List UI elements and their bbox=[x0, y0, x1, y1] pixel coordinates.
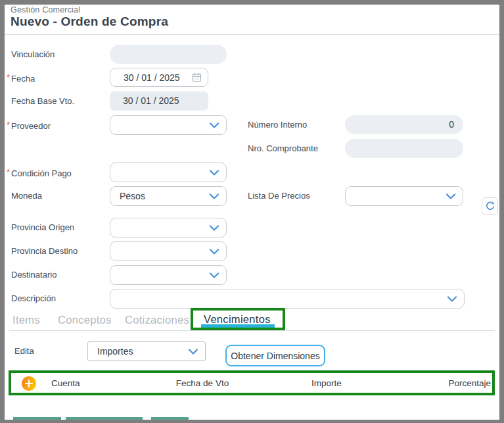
col-header-cuenta: Cuenta bbox=[51, 376, 80, 391]
descripcion-label: Descripción bbox=[11, 289, 56, 308]
tabs-divider bbox=[9, 330, 495, 331]
provincia-origen-select[interactable] bbox=[110, 218, 227, 237]
provincia-destino-label: Provincia Destino bbox=[11, 241, 78, 261]
chevron-down-icon bbox=[209, 249, 219, 255]
destinatario-label: Destinatario bbox=[11, 265, 57, 284]
refresh-button[interactable] bbox=[482, 197, 498, 215]
moneda-select[interactable]: Pesos bbox=[110, 186, 227, 206]
page-title: Nuevo - Orden de Compra bbox=[11, 14, 168, 29]
vinculacion-field bbox=[110, 45, 227, 64]
edita-value: Importes bbox=[97, 346, 133, 357]
chevron-down-icon bbox=[188, 349, 198, 355]
plus-icon bbox=[22, 376, 36, 391]
calendar-icon[interactable] bbox=[192, 72, 202, 82]
chevron-down-icon bbox=[446, 193, 456, 199]
fecha-label: *Fecha bbox=[7, 68, 35, 87]
provincia-origen-label: Provincia Origen bbox=[11, 218, 74, 237]
col-header-importe: Importe bbox=[295, 376, 358, 391]
chevron-down-icon bbox=[209, 170, 219, 176]
required-marker: * bbox=[7, 72, 10, 82]
bottom-action-button-3[interactable] bbox=[151, 417, 189, 420]
moneda-value: Pesos bbox=[120, 191, 145, 201]
new-purchase-order-window: Gestión Comercial Nuevo - Orden de Compr… bbox=[0, 0, 504, 423]
breadcrumb: Gestión Comercial bbox=[11, 5, 80, 14]
bottom-action-button-2[interactable] bbox=[66, 417, 143, 420]
col-header-porcentaje: Porcentaje bbox=[421, 376, 491, 391]
chevron-down-icon bbox=[209, 225, 219, 231]
lista-precios-select[interactable] bbox=[345, 186, 463, 206]
numero-interno-label: Número Interno bbox=[248, 115, 307, 134]
chevron-down-icon bbox=[447, 296, 457, 302]
fecha-input[interactable]: 30 / 01 / 2025 bbox=[110, 68, 208, 87]
required-marker: * bbox=[7, 120, 10, 130]
condicion-pago-select[interactable] bbox=[110, 162, 227, 182]
active-tab-underline bbox=[201, 324, 275, 328]
bottom-action-button-1[interactable] bbox=[13, 417, 61, 420]
vinculacion-label: Vinculación bbox=[11, 45, 55, 64]
descripcion-select[interactable] bbox=[110, 289, 465, 309]
chevron-down-icon bbox=[209, 193, 219, 199]
nro-comprobante-label: Nro. Comprobante bbox=[248, 139, 318, 158]
edita-select[interactable]: Importes bbox=[87, 341, 206, 361]
fecha-base-label: Fecha Base Vto. bbox=[11, 91, 74, 111]
edita-label: Edita bbox=[14, 341, 34, 361]
tab-items[interactable]: Items bbox=[12, 314, 40, 326]
numero-interno-field: 0 bbox=[345, 115, 463, 134]
refresh-icon bbox=[485, 201, 495, 212]
condicion-pago-label: *Condición Pago bbox=[7, 162, 72, 182]
col-header-fecha-vto: Fecha de Vto bbox=[175, 376, 230, 391]
required-marker: * bbox=[7, 167, 10, 177]
tab-cotizaciones[interactable]: Cotizaciones bbox=[125, 314, 189, 326]
proveedor-select[interactable] bbox=[110, 115, 227, 135]
chevron-down-icon bbox=[209, 272, 219, 278]
fecha-value: 30 / 01 / 2025 bbox=[124, 72, 192, 83]
chevron-down-icon bbox=[209, 122, 219, 128]
header-divider bbox=[5, 34, 499, 35]
obtener-dimensiones-button[interactable]: Obtener Dimensiones bbox=[225, 345, 325, 366]
lista-precios-label: Lista De Precios bbox=[248, 186, 310, 205]
destinatario-select[interactable] bbox=[110, 265, 227, 285]
tab-conceptos[interactable]: Conceptos bbox=[58, 314, 112, 326]
add-row-button[interactable] bbox=[22, 376, 36, 391]
proveedor-label: *Proveedor bbox=[7, 115, 51, 134]
provincia-destino-select[interactable] bbox=[110, 241, 227, 261]
moneda-label: Moneda bbox=[11, 186, 42, 205]
fecha-base-field: 30 / 01 / 2025 bbox=[110, 91, 208, 111]
nro-comprobante-field bbox=[345, 139, 463, 158]
